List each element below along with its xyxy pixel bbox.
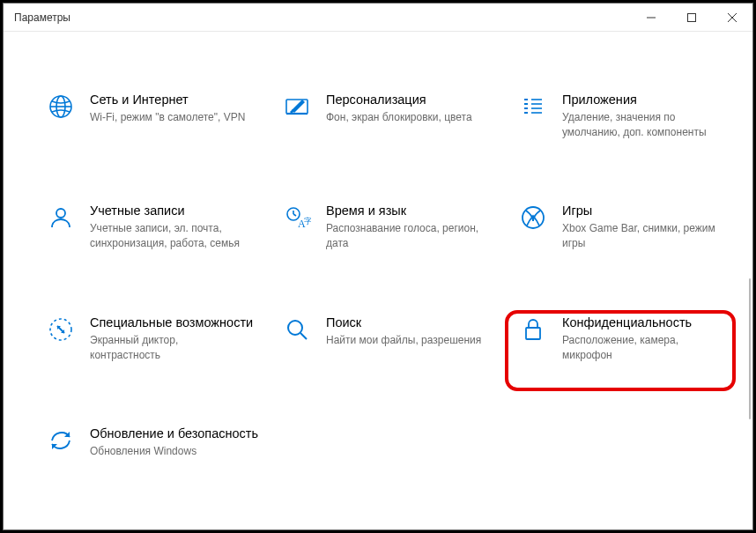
globe-icon (46, 92, 76, 122)
svg-text:字: 字 (304, 217, 311, 226)
tile-desc: Xbox Game Bar, снимки, режим игры (562, 221, 721, 251)
paintbrush-icon (282, 92, 312, 122)
sync-icon (46, 426, 76, 455)
person-icon (46, 203, 76, 233)
settings-grid: Сеть и Интернет Wi-Fi, режим "в самолете… (42, 85, 744, 464)
apps-icon (518, 92, 548, 122)
window-title: Параметры (14, 11, 631, 24)
accessibility-icon (46, 315, 76, 344)
tile-network[interactable]: Сеть и Интернет Wi-Fi, режим "в самолете… (42, 85, 268, 144)
svg-rect-1 (688, 13, 696, 21)
xbox-icon (518, 203, 548, 233)
svg-line-20 (293, 214, 296, 216)
tile-desc: Найти мои файлы, разрешения (326, 333, 481, 348)
tile-personalization[interactable]: Персонализация Фон, экран блокировки, цв… (278, 85, 504, 144)
titlebar: Параметры (4, 4, 752, 32)
close-button[interactable] (712, 4, 752, 31)
tile-title: Сеть и Интернет (90, 92, 245, 108)
svg-line-28 (300, 333, 307, 339)
tile-title: Время и язык (326, 203, 485, 219)
tile-time-language[interactable]: A 字 Время и язык Распознавание голоса, р… (278, 196, 504, 255)
search-icon (282, 315, 312, 344)
time-language-icon: A 字 (282, 203, 312, 233)
tile-desc: Обновления Windows (90, 444, 248, 459)
svg-point-27 (288, 321, 302, 335)
tile-apps[interactable]: Приложения Удаление, значения по умолчан… (515, 85, 740, 144)
window-controls (631, 4, 752, 31)
tile-title: Конфиденциальность (562, 315, 721, 331)
tile-title: Обновление и безопасность (90, 426, 258, 442)
minimize-button[interactable] (631, 4, 671, 31)
settings-content: Сеть и Интернет Wi-Fi, режим "в самолете… (4, 32, 752, 529)
tile-desc: Учетные записи, эл. почта, синхронизация… (90, 221, 248, 251)
tile-title: Персонализация (326, 92, 472, 108)
tile-update-security[interactable]: Обновление и безопасность Обновления Win… (42, 418, 268, 464)
tile-ease-of-access[interactable]: Специальные возможности Экранный диктор,… (42, 307, 268, 367)
tile-title: Учетные записи (90, 203, 248, 219)
tile-desc: Расположение, камера, микрофон (562, 333, 721, 363)
maximize-button[interactable] (671, 4, 712, 31)
scrollbar[interactable] (749, 278, 751, 419)
tile-desc: Распознавание голоса, регион, дата (326, 221, 485, 251)
tile-desc: Экранный диктор, контрастность (90, 333, 248, 363)
tile-desc: Удаление, значения по умолчанию, доп. ко… (562, 110, 721, 140)
tile-title: Поиск (326, 315, 481, 331)
svg-rect-29 (526, 328, 540, 339)
tile-desc: Фон, экран блокировки, цвета (326, 110, 472, 125)
tile-title: Специальные возможности (90, 315, 253, 331)
tile-privacy[interactable]: Конфиденциальность Расположение, камера,… (515, 307, 740, 367)
svg-point-17 (56, 209, 65, 218)
tile-accounts[interactable]: Учетные записи Учетные записи, эл. почта… (42, 196, 268, 255)
tile-desc: Wi-Fi, режим "в самолете", VPN (90, 110, 245, 125)
lock-icon (518, 315, 548, 344)
tile-title: Приложения (562, 92, 721, 108)
tile-gaming[interactable]: Игры Xbox Game Bar, снимки, режим игры (515, 196, 740, 255)
tile-title: Игры (562, 203, 721, 219)
settings-window: Параметры (3, 3, 753, 530)
tile-search[interactable]: Поиск Найти мои файлы, разрешения (278, 307, 504, 367)
